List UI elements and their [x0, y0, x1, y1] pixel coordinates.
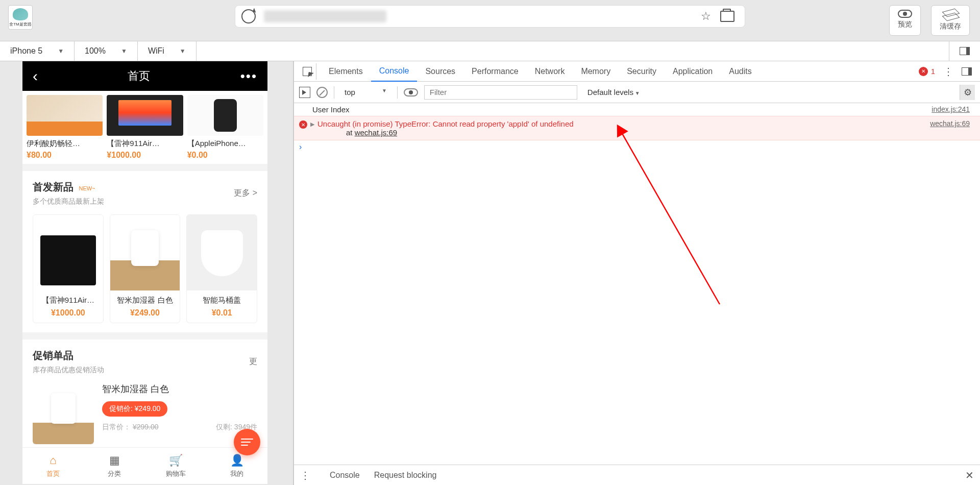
tab-sources[interactable]: Sources	[417, 61, 463, 82]
live-expression-icon[interactable]	[404, 88, 418, 96]
product-card[interactable]: 【AppleiPhone… ¥0.00	[187, 95, 263, 160]
dock-side-icon[interactable]	[962, 67, 972, 76]
reload-icon[interactable]	[241, 9, 256, 23]
top-right-buttons: 预览 清缓存	[889, 5, 970, 36]
tab-home[interactable]: ⌂首页	[22, 448, 84, 484]
section-title: 首发新品	[33, 181, 74, 192]
expand-arrow-icon[interactable]: ▶	[310, 121, 314, 128]
folder-icon[interactable]	[720, 11, 734, 22]
promo-price-badge: 促销价: ¥249.00	[102, 401, 167, 417]
kebab-menu-icon[interactable]: ⋮	[943, 65, 953, 78]
product-image	[107, 95, 183, 136]
device-selector[interactable]: iPhone 5▼	[0, 41, 75, 61]
error-stack-link[interactable]: wechat.js:69	[355, 128, 397, 137]
tab-memory[interactable]: Memory	[573, 61, 619, 82]
phone-content[interactable]: 伊利酸奶畅轻… ¥80.00 【雷神911Air… ¥1000.00 【Appl…	[22, 91, 267, 447]
network-selector[interactable]: WiFi▼	[138, 41, 197, 61]
tab-elements[interactable]: Elements	[321, 61, 371, 82]
product-card[interactable]: 伊利酸奶畅轻… ¥80.00	[27, 95, 103, 160]
product-card[interactable]: 【雷神911Air… ¥1000.00	[33, 214, 104, 323]
product-image	[33, 215, 103, 290]
product-image	[33, 383, 94, 444]
old-price: 日常价： ¥299.00	[102, 423, 159, 432]
tab-cart[interactable]: 🛒购物车	[145, 448, 206, 484]
product-price: ¥249.00	[110, 308, 180, 318]
logo-icon	[13, 8, 28, 20]
console-prompt[interactable]: ›	[294, 140, 980, 154]
execution-context-icon[interactable]	[299, 87, 310, 98]
product-card[interactable]: 智米加湿器 白色 ¥249.00	[110, 214, 181, 323]
product-image	[110, 215, 180, 290]
drawer-menu-icon[interactable]: ⋮	[300, 469, 310, 481]
tab-mine[interactable]: 👤我的	[206, 448, 267, 484]
tab-console[interactable]: Console	[371, 61, 418, 82]
url-blurred	[264, 10, 386, 22]
product-image	[187, 215, 257, 290]
context-selector[interactable]: top	[340, 86, 391, 99]
devtools-tabs: Elements Console Sources Performance Net…	[294, 61, 980, 82]
tab-audits[interactable]: Audits	[721, 61, 760, 82]
promo-item[interactable]: 智米加湿器 白色 促销价: ¥249.00 日常价： ¥299.00 仅剩: 3…	[33, 383, 257, 444]
dock-button[interactable]	[949, 41, 980, 61]
section-subtitle: 多个优质商品最新上架	[33, 197, 104, 206]
zoom-selector[interactable]: 100%▼	[75, 41, 138, 61]
tab-category[interactable]: ▦分类	[84, 448, 145, 484]
phone-nav-bar: ‹ 首页 •••	[22, 61, 267, 91]
back-arrow-icon[interactable]: ‹	[33, 67, 38, 85]
drawer-tab-request-blocking[interactable]: Request blocking	[374, 471, 437, 480]
dock-icon	[960, 47, 970, 55]
product-card[interactable]: 智能马桶盖 ¥0.01	[186, 214, 257, 323]
chevron-down-icon: ▼	[58, 47, 64, 55]
console-output[interactable]: User Index index.js:241 ✕ ▶ Uncaught (in…	[294, 103, 980, 465]
more-dots-icon[interactable]: •••	[240, 68, 257, 84]
tab-security[interactable]: Security	[619, 61, 665, 82]
grid-icon: ▦	[108, 454, 121, 467]
eye-icon	[898, 10, 912, 18]
clear-console-icon[interactable]	[316, 87, 328, 98]
log-source-link[interactable]: index.js:241	[932, 105, 970, 114]
product-card[interactable]: 【雷神911Air… ¥1000.00	[107, 95, 183, 160]
phone-tab-bar: ⌂首页 ▦分类 🛒购物车 👤我的	[22, 447, 267, 484]
product-price: ¥1000.00	[33, 308, 103, 318]
log-levels-selector[interactable]: Default levels	[583, 86, 644, 99]
console-log-entry: User Index index.js:241	[294, 103, 980, 116]
product-name: 智米加湿器 白色	[110, 296, 180, 305]
product-grid: 【雷神911Air… ¥1000.00 智米加湿器 白色 ¥249.00 智能马…	[33, 214, 257, 323]
section-title: 促销单品	[33, 350, 74, 361]
page-title: 首页	[128, 68, 150, 84]
tab-performance[interactable]: Performance	[463, 61, 527, 82]
product-name: 智米加湿器 白色	[102, 383, 257, 395]
url-bar[interactable]: ☆	[235, 5, 745, 28]
settings-gear-icon[interactable]: ⚙	[960, 85, 975, 100]
promo-section: 促销单品 库存商品优惠促销活动 更 智米加湿器 白色 促销价: ¥249.00 …	[22, 340, 267, 447]
preview-label: 预览	[898, 20, 912, 29]
element-inspector-button[interactable]	[298, 63, 316, 80]
floating-action-button[interactable]	[234, 429, 260, 455]
tab-network[interactable]: Network	[527, 61, 573, 82]
drawer-tab-console[interactable]: Console	[330, 471, 360, 480]
preview-button[interactable]: 预览	[889, 5, 921, 36]
product-row: 伊利酸奶畅轻… ¥80.00 【雷神911Air… ¥1000.00 【Appl…	[22, 91, 267, 164]
phone-frame: ‹ 首页 ••• 伊利酸奶畅轻… ¥80.00 【雷神911Air… ¥1000…	[22, 61, 267, 484]
close-drawer-icon[interactable]: ✕	[965, 469, 974, 481]
error-message: Uncaught (in promise) TypeError: Cannot …	[317, 119, 574, 128]
clear-cache-button[interactable]: 清缓存	[931, 5, 970, 36]
browser-top-bar: 全TM是套路 ☆ 预览 清缓存	[0, 0, 980, 41]
product-price: ¥0.01	[187, 308, 257, 318]
chevron-down-icon: ▼	[180, 47, 186, 55]
inspector-icon	[303, 67, 312, 76]
error-badge-icon[interactable]	[919, 67, 928, 76]
error-source-link[interactable]: wechat.js:69	[930, 119, 970, 137]
filter-input[interactable]	[424, 85, 577, 100]
error-icon: ✕	[299, 120, 307, 129]
product-name: 【雷神911Air…	[107, 139, 183, 149]
more-link[interactable]: 更	[249, 356, 257, 367]
product-image	[187, 95, 263, 136]
more-link[interactable]: 更多 >	[234, 188, 257, 199]
product-price: ¥1000.00	[107, 151, 183, 160]
bookmark-star-icon[interactable]: ☆	[700, 10, 712, 22]
product-name: 智能马桶盖	[187, 296, 257, 305]
tab-application[interactable]: Application	[665, 61, 721, 82]
cart-icon: 🛒	[169, 454, 182, 467]
log-message: User Index	[312, 105, 350, 114]
